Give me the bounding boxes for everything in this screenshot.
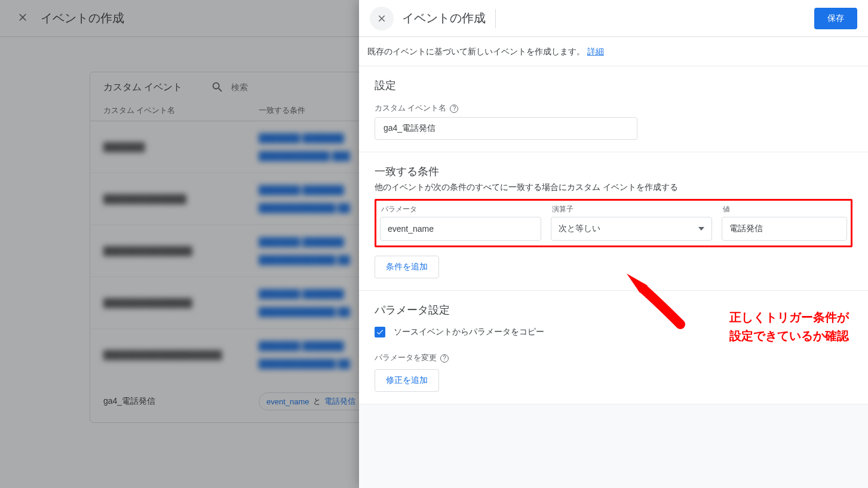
- section-conditions: 一致する条件 他のイベントが次の条件のすべてに一致する場合にカスタム イベントを…: [359, 152, 868, 290]
- help-icon[interactable]: ?: [450, 105, 458, 113]
- add-condition-button[interactable]: 条件を追加: [375, 256, 439, 278]
- condition-value-input[interactable]: [722, 217, 847, 241]
- close-icon: [376, 13, 387, 24]
- settings-heading: 設定: [375, 78, 852, 93]
- custom-event-name-input[interactable]: [375, 117, 637, 140]
- panel-header: イベントの作成 保存: [359, 0, 868, 37]
- help-icon[interactable]: ?: [440, 354, 449, 363]
- operator-label: 演算子: [552, 204, 713, 214]
- section-param-settings: パラメータ設定 ソースイベントからパラメータをコピー パラメータを変更 ? 修正…: [359, 290, 868, 404]
- operator-value: 次と等しい: [559, 223, 600, 234]
- value-label: 値: [723, 204, 846, 214]
- custom-event-name-label: カスタム イベント名: [375, 103, 446, 113]
- copy-params-checkbox[interactable]: [375, 327, 385, 337]
- check-icon: [376, 328, 384, 336]
- change-params-label: パラメータを変更: [375, 353, 437, 363]
- save-button[interactable]: 保存: [814, 8, 857, 29]
- details-link[interactable]: 詳細: [587, 47, 604, 56]
- panel-intro: 既存のイベントに基づいて新しいイベントを作成します。 詳細: [359, 37, 868, 66]
- intro-text: 既存のイベントに基づいて新しいイベントを作成します。: [367, 47, 585, 56]
- conditions-sub: 他のイベントが次の条件のすべてに一致する場合にカスタム イベントを作成する: [375, 182, 852, 193]
- param-settings-heading: パラメータ設定: [375, 303, 852, 317]
- close-button[interactable]: [370, 7, 394, 30]
- settings-card: 設定 カスタム イベント名 ? 一致する条件 他のイベントが次の条件のすべてに一…: [359, 66, 868, 404]
- copy-params-label: ソースイベントからパラメータをコピー: [394, 327, 544, 337]
- panel-title: イベントの作成: [402, 9, 496, 28]
- condition-operator-select[interactable]: 次と等しい: [551, 217, 712, 241]
- condition-param-input[interactable]: [380, 217, 541, 241]
- panel-body: 設定 カスタム イベント名 ? 一致する条件 他のイベントが次の条件のすべてに一…: [359, 66, 868, 488]
- condition-highlight-box: パラメータ 演算子 値 次と等しい: [375, 199, 852, 247]
- conditions-heading: 一致する条件: [375, 164, 852, 179]
- chevron-down-icon: [698, 227, 704, 231]
- add-fix-button[interactable]: 修正を追加: [375, 369, 439, 392]
- section-settings: 設定 カスタム イベント名 ?: [359, 66, 868, 152]
- param-label: パラメータ: [381, 204, 542, 214]
- create-event-panel: イベントの作成 保存 既存のイベントに基づいて新しいイベントを作成します。 詳細…: [359, 0, 868, 488]
